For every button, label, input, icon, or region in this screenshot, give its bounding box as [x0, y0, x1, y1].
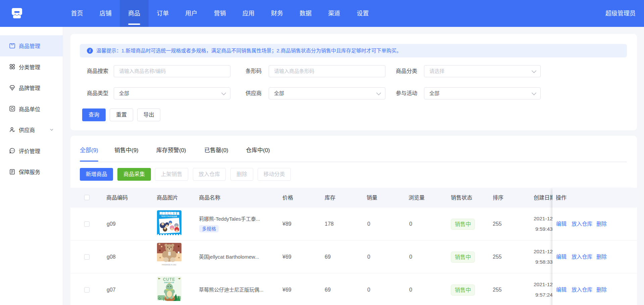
- svg-text:TEDDYTALES泰迪熊: TEDDYTALES泰迪熊: [161, 215, 177, 218]
- svg-text:DINOSAUR: DINOSAUR: [164, 281, 174, 284]
- svg-text:CUTE: CUTE: [163, 277, 175, 282]
- svg-text:HANDMADE IN 1902: HANDMADE IN 1902: [162, 264, 176, 266]
- svg-text:莉娜熊萌趣盲盒: 莉娜熊萌趣盲盒: [159, 212, 179, 215]
